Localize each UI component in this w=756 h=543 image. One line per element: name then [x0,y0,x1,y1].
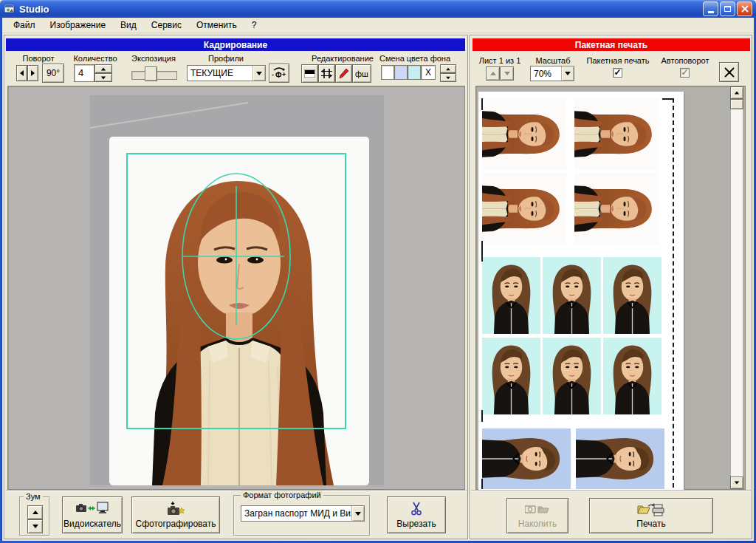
zoom-out-button[interactable] [27,519,43,533]
minimize-icon [708,11,714,13]
restore-icon [724,6,731,12]
spin-up-icon [101,67,106,70]
capture-button[interactable]: Сфотографировать [131,496,220,533]
bg-spin-down-button[interactable] [440,73,456,82]
edit-pen-button[interactable] [335,64,352,83]
cut-mark [481,251,483,262]
camera-capture-icon [166,502,185,516]
print-panel-header: Пакетная печать [472,38,750,51]
format-label: Формат фотографий [241,491,323,499]
brightness-adjust-icon: - Ф + [271,66,287,80]
viewfinder-button-label: Видоискатель [63,519,121,529]
scroll-down-icon [735,482,739,485]
scissors-icon [410,502,422,516]
profiles-label: Профили [207,54,245,64]
cut-mark [481,479,483,489]
svg-text:Ф: Ф [275,71,282,79]
profiles-dropdown-button[interactable] [252,66,265,81]
preview-photo [543,338,601,414]
rotate-left-button[interactable] [16,65,27,81]
menu-image[interactable]: Изображение [43,18,114,33]
bg-clear-button[interactable]: X [421,65,436,80]
autorotate-checkbox[interactable]: ✓ [680,68,690,78]
red-pen-icon [339,68,349,79]
window-title: Studio [19,4,49,15]
quantity-field[interactable]: 4 [74,64,94,82]
print-panel-close-button[interactable] [719,62,739,82]
bg-swatch-cyan[interactable] [408,65,421,80]
sheet-label: Лист 1 из 1 [477,56,523,66]
quantity-up-button[interactable] [94,64,112,73]
cut-mark [481,98,483,110]
bg-swatch-lavender[interactable] [394,65,408,80]
exposure-slider-thumb[interactable] [145,66,157,81]
menu-bar: Файл Изображение Вид Сервис Отменить ? [2,18,754,33]
preview-photo [603,338,662,414]
accumulate-button-label: Накопить [518,519,557,529]
scale-label: Масштаб [533,56,573,66]
spin-up-icon [490,72,496,75]
maximize-button[interactable] [720,1,735,16]
preview-photo [482,257,540,334]
window-border-left [0,18,2,543]
preview-photo [482,338,540,414]
preview-photo [574,173,659,245]
scroll-down-button[interactable] [730,477,743,489]
format-dropdown-button[interactable] [351,506,364,521]
bg-color-label: Смена цвета фона [378,54,452,64]
close-x-icon [724,67,735,78]
cut-mark [481,410,483,422]
cut-mark [662,98,673,100]
zoom-in-button[interactable] [27,505,43,519]
close-icon [741,5,749,13]
menu-view[interactable]: Вид [113,18,144,33]
svg-text:-: - [272,71,274,78]
menu-undo[interactable]: Отменить [189,18,244,33]
profiles-combobox[interactable]: ТЕКУЩИЕ [187,65,266,81]
close-button[interactable] [737,1,752,16]
spin-down-icon [32,525,38,528]
left-bottom-divider [6,490,467,491]
scale-dropdown-button[interactable] [561,66,574,81]
menu-help[interactable]: ? [244,18,264,33]
edit-photoshop-button[interactable]: фш [352,64,371,83]
app-icon [4,3,16,15]
scale-combobox[interactable]: 70% [530,66,574,81]
preview-photo [574,98,659,170]
photo-preview[interactable] [90,95,384,485]
edit-levels-button[interactable] [301,64,318,83]
edit-sliders-button[interactable] [318,64,335,83]
crop-panel-header: Кадрирование [6,38,465,51]
menu-file[interactable]: Файл [6,18,43,33]
menu-service[interactable]: Сервис [144,18,189,33]
print-button-label: Печать [636,519,665,529]
sheet-prev-button[interactable] [486,66,500,81]
preview-scrollbar[interactable] [730,86,743,489]
scroll-up-button[interactable] [730,86,743,99]
cut-button[interactable]: Вырезать [387,496,446,533]
right-bottom-divider [471,490,751,491]
accumulate-button[interactable]: Накопить [506,498,568,533]
camera-folder-gray-icon [525,503,550,515]
minimize-button[interactable] [703,1,718,16]
batch-print-checkbox[interactable]: ✓ [613,68,622,78]
format-combobox[interactable]: Загран паспорт МИД и Визы [241,505,365,522]
rotate-90-button[interactable]: 90° [42,64,64,83]
capture-button-label: Сфотографировать [135,519,216,529]
folder-printer-icon [637,503,665,516]
scrollbar-thumb[interactable] [730,99,743,109]
viewfinder-button[interactable]: Видоискатель [62,496,123,533]
sheet-next-button[interactable] [500,66,514,81]
rotate-right-button[interactable] [27,65,38,81]
quantity-down-button[interactable] [94,73,112,82]
profiles-adjust-button[interactable]: - Ф + [269,64,289,83]
profiles-value: ТЕКУЩИЕ [188,68,252,78]
zoom-label: Зум [24,492,43,501]
bg-spin-up-button[interactable] [440,64,456,73]
chevron-down-icon [256,72,262,75]
print-button[interactable]: Печать [589,498,713,533]
studio-window: Studio Файл Изображение Вид Сервис Отмен… [0,0,756,543]
equalizer-sliders-icon [321,69,332,78]
title-bar[interactable]: Studio [0,0,756,18]
bg-swatch-white[interactable] [381,65,394,80]
